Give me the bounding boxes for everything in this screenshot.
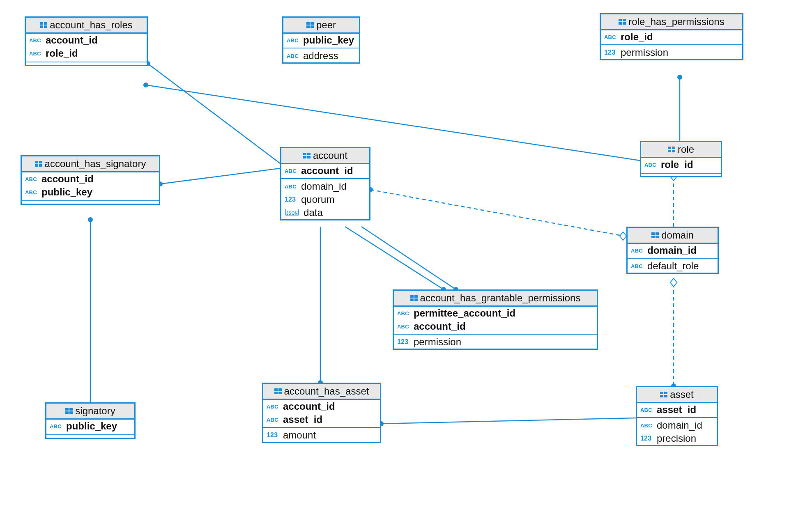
column-name: precision xyxy=(657,433,696,444)
connection-line xyxy=(148,64,280,163)
column-name: account_id xyxy=(41,173,94,185)
entity-name: account_has_roles xyxy=(50,19,132,31)
column-name: quorum xyxy=(301,194,334,205)
number-type-icon: 123 xyxy=(640,435,654,442)
text-type-icon: ABC xyxy=(267,404,281,410)
text-type-icon: ABC xyxy=(25,189,39,195)
column-name: address xyxy=(303,50,338,62)
column-row: 123permission xyxy=(601,46,742,59)
table-icon xyxy=(668,147,675,152)
column-name: public_key xyxy=(66,420,117,432)
column-row: ABCaccount_id xyxy=(281,164,369,177)
entity-account_has_asset[interactable]: account_has_assetABCaccount_idABCasset_i… xyxy=(262,383,381,443)
entity-name: peer xyxy=(316,19,336,31)
column-divider xyxy=(601,44,742,45)
connection-line xyxy=(146,85,640,161)
text-type-icon: ABC xyxy=(397,324,411,330)
column-row: ABCdefault_role xyxy=(628,259,718,273)
column-name: role_id xyxy=(661,159,693,170)
column-name: domain_id xyxy=(301,181,347,192)
column-row: ABCaccount_id xyxy=(22,172,159,186)
column-row: ABCpermittee_account_id xyxy=(394,307,597,320)
number-type-icon: 123 xyxy=(285,196,299,203)
entity-role[interactable]: roleABCrole_id xyxy=(640,141,722,177)
text-type-icon: ABC xyxy=(604,34,618,40)
column-divider xyxy=(26,62,147,62)
connection-line xyxy=(160,168,280,184)
entity-name: signatory xyxy=(75,405,115,417)
column-name: account_id xyxy=(414,321,466,332)
connection-line xyxy=(361,227,456,289)
entity-peer[interactable]: peerABCpublic_keyABCaddress xyxy=(282,16,360,64)
entity-name: account_has_asset xyxy=(284,386,369,397)
entity-account_has_roles[interactable]: account_has_rolesABCaccount_idABCrole_id xyxy=(25,16,148,66)
column-divider xyxy=(281,178,369,179)
entity-title: account_has_signatory xyxy=(22,156,159,172)
entity-role_has_permissions[interactable]: role_has_permissionsABCrole_id123permiss… xyxy=(600,13,743,60)
column-row: ABCdomain_id xyxy=(637,419,717,432)
text-type-icon: ABC xyxy=(29,50,43,57)
column-row: ABCaccount_id xyxy=(26,34,147,47)
column-divider xyxy=(637,417,717,418)
number-type-icon: 123 xyxy=(267,431,281,439)
column-row: JSONdata xyxy=(281,206,369,219)
table-icon xyxy=(410,295,418,301)
column-divider xyxy=(263,427,380,428)
column-row: ABCpublic_key xyxy=(283,34,359,47)
entity-title: account_has_asset xyxy=(263,384,380,400)
text-type-icon: ABC xyxy=(25,176,39,182)
entity-title: signatory xyxy=(46,404,134,420)
entity-name: asset xyxy=(670,389,693,400)
text-type-icon: ABC xyxy=(631,248,645,254)
table-icon xyxy=(660,392,667,397)
column-name: role_id xyxy=(46,48,78,59)
number-type-icon: 123 xyxy=(397,338,411,346)
er-diagram-canvas: account_has_rolesABCaccount_idABCrole_id… xyxy=(0,0,812,521)
column-name: asset_id xyxy=(657,404,696,415)
column-name: domain_id xyxy=(647,245,697,256)
entity-account_has_signatory[interactable]: account_has_signatoryABCaccount_idABCpub… xyxy=(21,155,160,205)
entity-name: account_has_signatory xyxy=(45,158,146,170)
column-row: ABCasset_id xyxy=(263,413,380,426)
entity-title: asset xyxy=(637,387,717,403)
fk-dot-icon xyxy=(88,217,93,222)
table-icon xyxy=(274,388,282,394)
entity-name: account xyxy=(313,150,347,161)
json-type-icon: JSON xyxy=(285,209,299,216)
column-name: permission xyxy=(414,336,461,348)
text-type-icon: ABC xyxy=(640,422,654,429)
fk-dot-icon xyxy=(143,83,148,87)
text-type-icon: ABC xyxy=(644,162,658,168)
entity-domain[interactable]: domainABCdomain_idABCdefault_role xyxy=(626,227,719,274)
connection-line xyxy=(370,190,626,236)
connection-line xyxy=(345,227,444,289)
column-row: ABCrole_id xyxy=(601,30,742,44)
entity-title: peer xyxy=(283,18,359,34)
table-icon xyxy=(40,22,47,28)
column-row: 123quorum xyxy=(281,193,369,206)
column-row: 123precision xyxy=(637,432,717,445)
ref-diamond-icon xyxy=(670,278,677,287)
entity-title: account_has_roles xyxy=(26,18,147,34)
fk-dot-icon xyxy=(677,75,682,80)
entity-name: domain xyxy=(661,230,694,241)
column-name: data xyxy=(304,207,323,218)
text-type-icon: ABC xyxy=(397,310,411,317)
column-divider xyxy=(628,258,718,259)
column-row: ABCaccount_id xyxy=(263,400,380,413)
entity-signatory[interactable]: signatoryABCpublic_key xyxy=(45,402,136,439)
text-type-icon: ABC xyxy=(50,423,64,429)
column-row: 123permission xyxy=(394,335,597,349)
entity-account[interactable]: accountABCaccount_idABCdomain_id123quoru… xyxy=(280,147,370,220)
connection-line xyxy=(381,418,636,424)
entity-asset[interactable]: assetABCasset_idABCdomain_id123precision xyxy=(636,386,718,446)
number-type-icon: 123 xyxy=(604,49,618,56)
table-icon xyxy=(303,153,311,158)
entity-title: role xyxy=(641,142,721,158)
column-name: permittee_account_id xyxy=(414,308,515,319)
column-name: permission xyxy=(621,47,668,58)
entity-account_has_grantable_permissions[interactable]: account_has_grantable_permissionsABCperm… xyxy=(393,289,598,350)
column-divider xyxy=(394,334,597,335)
ref-diamond-icon xyxy=(620,232,626,240)
column-name: account_id xyxy=(46,34,98,46)
